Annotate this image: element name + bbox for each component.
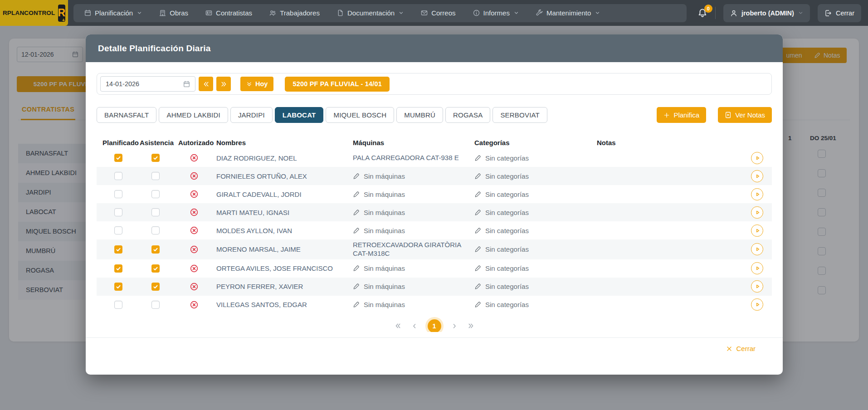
ver-notas-button[interactable]: Ver Notas [718,107,772,123]
modal-close-button[interactable]: Cerrar [726,345,756,352]
no-categories-label: Sin categorías [485,172,529,180]
contractor-tabs: BARNASFALTAHMED LAKBIDIJARDIPILABOCATMIQ… [97,107,547,123]
planificado-checkbox[interactable] [114,283,122,291]
nav-item-planificacion[interactable]: Planificación [84,9,142,17]
not-authorized-icon [190,245,198,254]
row-notes-button[interactable] [751,243,763,255]
app-logo[interactable]: RPLANCONTROL R [0,0,68,26]
today-button[interactable]: Hoy [240,77,273,91]
planificado-checkbox[interactable] [114,154,122,162]
edit-categories-icon[interactable] [474,209,481,216]
nav-item-label: Mantenimiento [546,9,591,17]
contractor-tab-rogasa[interactable]: ROGASA [445,107,490,123]
planifica-button[interactable]: Planifica [657,107,706,123]
edit-machines-icon[interactable] [353,283,360,290]
no-machines-label: Sin máquinas [364,264,405,272]
modal-footer: Cerrar [86,337,783,375]
not-authorized-icon [190,301,198,309]
edit-categories-icon[interactable] [474,301,481,308]
nav-item-mantenimiento[interactable]: Mantenimiento [536,9,600,17]
user-menu[interactable]: jroberto (ADMIN) [723,4,810,22]
row-notes-button[interactable] [751,280,763,293]
no-categories-label: Sin categorías [485,190,529,198]
worker-row: PEYRON FERRER, XAVIERSin máquinasSin cat… [97,278,772,296]
notifications-button[interactable]: 0 [697,8,707,18]
card-icon [205,10,212,16]
modal-detalle-planificacion: Detalle Planificación Diaria 14-01-2026 … [86,34,783,375]
contractor-tab-mumbru[interactable]: MUMBRÚ [396,107,443,123]
contractor-tab-serboviat[interactable]: SERBOVIAT [493,107,547,123]
nav-item-trabajadores[interactable]: Trabajadores [269,9,320,17]
asistencia-checkbox[interactable] [151,283,160,291]
worker-row: MOLDES AYLLON, IVANSin máquinasSin categ… [97,221,772,239]
asistencia-checkbox[interactable] [151,264,160,273]
nav-item-informes[interactable]: Informes [473,9,519,17]
worker-name: MORENO MARSAL, JAIME [216,245,353,253]
planificado-checkbox[interactable] [114,208,122,216]
project-badge[interactable]: 5200 PF PA FLUVIAL - 14/01 [285,77,390,92]
navbar-divider [715,7,716,19]
navbar-menu: PlanificaciónObrasContratistasTrabajador… [73,4,687,22]
chevron-down-icon [137,10,142,15]
edit-categories-icon[interactable] [474,173,481,180]
column-header-categorias: Categorías [474,139,597,146]
last-page-button[interactable] [468,322,474,329]
edit-categories-icon[interactable] [474,227,481,234]
first-page-button[interactable] [395,322,401,329]
planificado-checkbox[interactable] [114,172,122,180]
row-notes-button[interactable] [751,298,763,311]
edit-machines-icon[interactable] [353,265,360,272]
pagination-current-page[interactable]: 1 [428,319,441,332]
chevrons-right-icon [220,81,227,88]
edit-categories-icon[interactable] [474,265,481,272]
asistencia-checkbox[interactable] [151,245,160,254]
asistencia-checkbox[interactable] [151,226,160,234]
no-machines-label: Sin máquinas [364,172,405,180]
edit-machines-icon[interactable] [353,209,360,216]
edit-machines-icon[interactable] [353,173,360,180]
planificado-checkbox[interactable] [114,226,122,234]
prev-day-button[interactable] [199,77,213,91]
edit-machines-icon[interactable] [353,191,360,198]
planificado-checkbox[interactable] [114,301,122,309]
row-notes-button[interactable] [751,188,763,200]
asistencia-checkbox[interactable] [151,301,160,309]
asistencia-checkbox[interactable] [151,190,160,198]
planificado-checkbox[interactable] [114,190,122,198]
planificado-checkbox[interactable] [114,264,122,273]
modal-date-input[interactable]: 14-01-2026 [100,76,195,92]
next-day-button[interactable] [216,77,231,91]
not-authorized-icon [190,154,198,162]
nav-item-documentacion[interactable]: Documentación [337,9,404,17]
contractor-tab-miquel-bosch[interactable]: MIQUEL BOSCH [326,107,394,123]
contractor-tab-jardipi[interactable]: JARDIPI [230,107,273,123]
asistencia-checkbox[interactable] [151,172,160,180]
contractor-tab-barnasfalt[interactable]: BARNASFALT [97,107,156,123]
contractor-tab-labocat[interactable]: LABOCAT [275,107,324,123]
row-notes-button[interactable] [751,262,763,274]
row-notes-button[interactable] [751,225,763,237]
asistencia-checkbox[interactable] [151,154,160,162]
row-notes-button[interactable] [751,206,763,219]
edit-machines-icon[interactable] [353,227,360,234]
edit-machines-icon[interactable] [353,301,360,308]
worker-name: MARTI MATEU, IGNASI [216,209,353,216]
chevrons-down-icon [246,81,252,87]
row-notes-button[interactable] [751,152,763,164]
contractor-tab-ahmed-lakbidi[interactable]: AHMED LAKBIDI [159,107,228,123]
plus-icon [663,112,670,118]
prev-page-button[interactable] [411,323,418,329]
nav-item-obras[interactable]: Obras [159,9,188,17]
next-page-button[interactable] [451,323,458,329]
planificado-checkbox[interactable] [114,245,122,254]
row-notes-button[interactable] [751,170,763,182]
asistencia-checkbox[interactable] [151,208,160,216]
edit-categories-icon[interactable] [474,155,481,161]
no-machines-label: Sin máquinas [364,301,405,308]
nav-item-correos[interactable]: Correos [421,9,455,17]
edit-categories-icon[interactable] [474,246,481,253]
edit-categories-icon[interactable] [474,191,481,198]
nav-item-contratistas[interactable]: Contratistas [205,9,252,17]
logout-button[interactable]: Cerrar [818,4,861,22]
edit-categories-icon[interactable] [474,283,481,290]
